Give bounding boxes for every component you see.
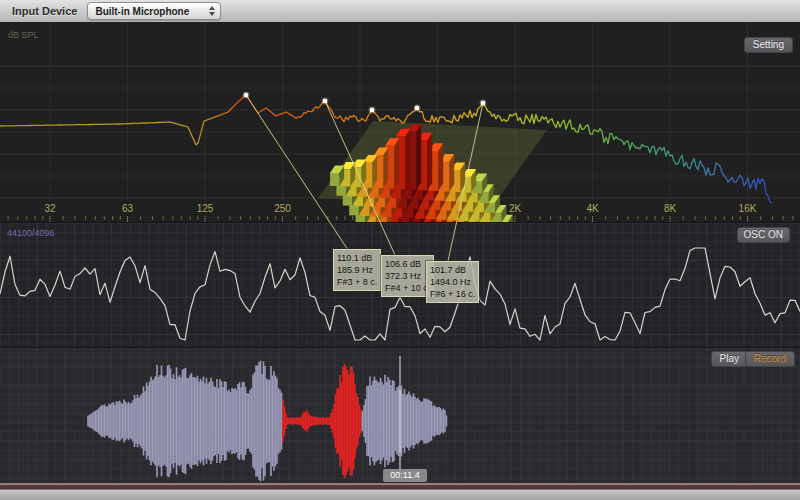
recording-waveform-plot[interactable] (0, 348, 800, 484)
callout-db: 110.1 dB (337, 252, 377, 264)
input-device-popup[interactable]: Built-in Microphone (87, 2, 221, 20)
spectrum-panel: 32631252505001K2K4K8K16K dB SPL Setting (0, 22, 800, 222)
svg-text:16K: 16K (739, 203, 757, 214)
svg-text:8K: 8K (664, 203, 677, 214)
setting-button[interactable]: Setting (744, 37, 793, 53)
svg-text:2K: 2K (509, 203, 522, 214)
input-device-label: Input Device (12, 5, 77, 17)
callout-hz: 372.3 Hz (385, 270, 430, 282)
svg-text:4K: 4K (586, 203, 599, 214)
svg-text:250: 250 (274, 203, 291, 214)
svg-text:125: 125 (197, 203, 214, 214)
svg-text:63: 63 (122, 203, 134, 214)
callout-hz: 185.9 Hz (337, 264, 377, 276)
toolbar: Input Device Built-in Microphone (0, 0, 800, 23)
callout-note: F#6 + 16 c. (430, 288, 475, 300)
callout-db: 101.7 dB (430, 264, 475, 276)
peak-callout: 110.1 dB 185.9 Hz F#3 + 8 c. (333, 249, 381, 291)
samplerate-fftsize-label: 44100/4096 (7, 228, 55, 238)
callout-db: 106.6 dB (385, 258, 430, 270)
playhead-time-badge: 00:11.4 (383, 469, 427, 482)
window-footer (0, 489, 800, 500)
callout-note: F#4 + 10 c. (385, 282, 430, 294)
audio-analyzer-window: Input Device Built-in Microphone 3263125… (0, 0, 800, 500)
input-device-value: Built-in Microphone (88, 6, 209, 17)
db-spl-axis-label: dB SPL (8, 30, 39, 40)
svg-text:32: 32 (44, 203, 56, 214)
recorder-panel: Play Record (0, 347, 800, 484)
play-button[interactable]: Play (711, 351, 748, 367)
popup-stepper-icon (209, 6, 215, 16)
peak-callout: 101.7 dB 1494.0 Hz F#6 + 16 c. (426, 261, 479, 303)
callout-note: F#3 + 8 c. (337, 276, 377, 288)
callout-hz: 1494.0 Hz (430, 276, 475, 288)
spectrum-plot: 32631252505001K2K4K8K16K (0, 22, 800, 222)
osc-on-button[interactable]: OSC ON (737, 227, 790, 243)
record-button[interactable]: Record (745, 351, 795, 367)
